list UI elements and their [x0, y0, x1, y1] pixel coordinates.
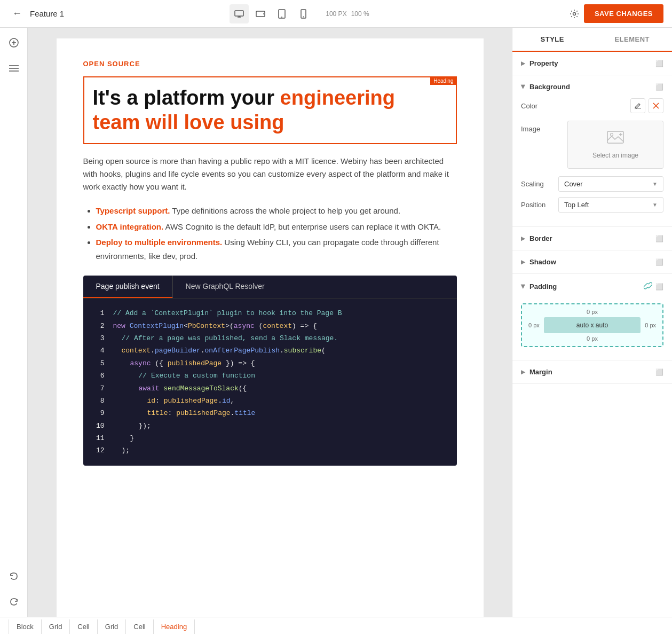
- background-content: Color Image: [512, 98, 672, 226]
- device-tablet-portrait[interactable]: [272, 4, 291, 23]
- padding-expand-icon[interactable]: ⬜: [655, 283, 663, 290]
- shadow-label: Shadow: [529, 258, 556, 266]
- svg-point-6: [281, 17, 282, 18]
- border-expand-icon[interactable]: ⬜: [655, 235, 663, 242]
- section-padding-header[interactable]: ▶ Padding ⬜: [512, 274, 672, 299]
- scaling-arrow: ▼: [652, 181, 658, 187]
- background-label: Background: [529, 83, 570, 91]
- device-icons: [230, 4, 313, 23]
- device-tablet-landscape[interactable]: [251, 4, 270, 23]
- menu-button[interactable]: [5, 60, 22, 77]
- border-label: Border: [529, 234, 552, 242]
- section-shadow: ▶ Shadow ⬜: [512, 250, 672, 274]
- shadow-arrow: ▶: [521, 259, 525, 265]
- position-row: Position Top Left ▼: [521, 197, 663, 213]
- property-arrow: ▶: [521, 60, 525, 66]
- breadcrumb-bar: Block Grid Cell Grid Cell Heading: [0, 617, 672, 636]
- device-desktop[interactable]: [230, 4, 249, 23]
- scaling-select[interactable]: Cover ▼: [558, 176, 663, 192]
- section-property-header[interactable]: ▶ Property ⬜: [512, 52, 672, 75]
- background-arrow: ▶: [520, 85, 526, 89]
- position-label: Position: [521, 201, 558, 209]
- code-tab-0[interactable]: Page publish event: [83, 276, 172, 298]
- tab-style[interactable]: STYLE: [512, 28, 592, 52]
- property-expand-icon[interactable]: ⬜: [655, 60, 663, 67]
- code-line-3: 3// After a page was published, send a S…: [94, 332, 446, 344]
- device-mobile[interactable]: [294, 4, 313, 23]
- section-property: ▶ Property ⬜: [512, 52, 672, 75]
- breadcrumb-cell-2[interactable]: Cell: [126, 619, 153, 634]
- heading-tag: Heading: [430, 77, 456, 85]
- breadcrumb-cell-1[interactable]: Cell: [70, 619, 97, 634]
- code-tab-1[interactable]: New GraphQL Resolver: [173, 276, 278, 298]
- save-changes-button[interactable]: SAVE CHANGES: [584, 4, 663, 23]
- right-panel: STYLE ELEMENT ▶ Property ⬜ ▶ Background …: [512, 28, 672, 617]
- breadcrumb-grid-2[interactable]: Grid: [98, 619, 127, 634]
- section-margin-title: ▶ Margin: [521, 368, 552, 376]
- section-shadow-title: ▶ Shadow: [521, 258, 556, 266]
- padding-content: 0 px 0 px auto x auto 0 px 0 px: [512, 299, 672, 360]
- color-slash-button[interactable]: [649, 98, 663, 113]
- padding-top: 0 px: [587, 309, 598, 315]
- code-line-9: 9title: publishedPage.title: [94, 407, 446, 419]
- padding-center: auto x auto: [544, 317, 641, 333]
- bullet-3-strong: Deploy to multiple environments.: [96, 238, 223, 247]
- position-select[interactable]: Top Left ▼: [558, 197, 663, 213]
- image-placeholder[interactable]: Select an image: [567, 121, 663, 169]
- code-line-1: 1// Add a `ContextPlugin` plugin to hook…: [94, 307, 446, 319]
- background-expand-icon[interactable]: ⬜: [655, 83, 663, 91]
- heading-block[interactable]: Heading It's a platform your engineering…: [83, 76, 457, 144]
- image-select-text: Select an image: [592, 152, 638, 159]
- section-padding-title: ▶ Padding: [521, 282, 557, 290]
- code-line-5: 5async ({ publishedPage }) => {: [94, 357, 446, 370]
- code-body: 1// Add a `ContextPlugin` plugin to hook…: [83, 299, 457, 466]
- top-bar: ← Feature 1 100 PX 100 % SAVE CHANGES: [0, 0, 672, 28]
- svg-point-8: [303, 16, 304, 17]
- section-margin-header[interactable]: ▶ Margin ⬜: [512, 360, 672, 383]
- undo-button[interactable]: [5, 568, 22, 585]
- margin-expand-icon[interactable]: ⬜: [655, 368, 663, 376]
- page-title: Feature 1: [30, 9, 221, 18]
- breadcrumb-block[interactable]: Block: [9, 619, 42, 634]
- add-element-button[interactable]: [5, 34, 22, 51]
- section-border-title: ▶ Border: [521, 234, 552, 242]
- section-background-header[interactable]: ▶ Background ⬜: [512, 75, 672, 98]
- heading-text: It's a platform your engineering team wi…: [93, 86, 447, 135]
- section-border: ▶ Border ⬜: [512, 227, 672, 250]
- heading-plain: It's a platform your: [93, 87, 280, 109]
- tab-element[interactable]: ELEMENT: [592, 28, 673, 51]
- code-block: Page publish event New GraphQL Resolver …: [83, 276, 457, 466]
- color-row: Color: [521, 98, 663, 113]
- image-placeholder-icon: [607, 131, 624, 150]
- scaling-value: Cover: [564, 180, 583, 188]
- redo-button[interactable]: [5, 593, 22, 610]
- padding-diagram-wrapper: 0 px 0 px auto x auto 0 px 0 px: [521, 299, 663, 351]
- code-line-12: 12);: [94, 444, 446, 457]
- back-button[interactable]: ←: [9, 5, 26, 22]
- color-label: Color: [521, 102, 558, 110]
- padding-arrow: ▶: [520, 285, 526, 289]
- padding-link-icon[interactable]: [644, 281, 652, 292]
- section-property-title: ▶ Property: [521, 59, 558, 67]
- padding-left: 0 px: [526, 320, 542, 331]
- left-sidebar: [0, 28, 28, 617]
- border-arrow: ▶: [521, 235, 525, 241]
- code-line-6: 6// Execute a custom function: [94, 370, 446, 382]
- breadcrumb-grid-1[interactable]: Grid: [42, 619, 70, 634]
- image-label: Image: [521, 121, 558, 133]
- bullet-2-rest: AWS Cognito is the default IdP, but ente…: [163, 222, 441, 231]
- margin-arrow: ▶: [521, 369, 525, 375]
- color-edit-button[interactable]: [630, 98, 645, 113]
- code-header: Page publish event New GraphQL Resolver: [83, 276, 457, 299]
- property-label: Property: [529, 59, 558, 67]
- section-border-header[interactable]: ▶ Border ⬜: [512, 227, 672, 250]
- scaling-row: Scaling Cover ▼: [521, 176, 663, 192]
- position-arrow: ▼: [652, 202, 658, 208]
- bullet-list: Typescript support. Type definitions acr…: [83, 204, 457, 263]
- scaling-label: Scaling: [521, 180, 558, 188]
- shadow-expand-icon[interactable]: ⬜: [655, 258, 663, 266]
- settings-button[interactable]: [565, 4, 584, 23]
- section-shadow-header[interactable]: ▶ Shadow ⬜: [512, 250, 672, 273]
- main-area: OPEN SOURCE Heading It's a platform your…: [0, 28, 672, 617]
- breadcrumb-heading[interactable]: Heading: [154, 619, 195, 634]
